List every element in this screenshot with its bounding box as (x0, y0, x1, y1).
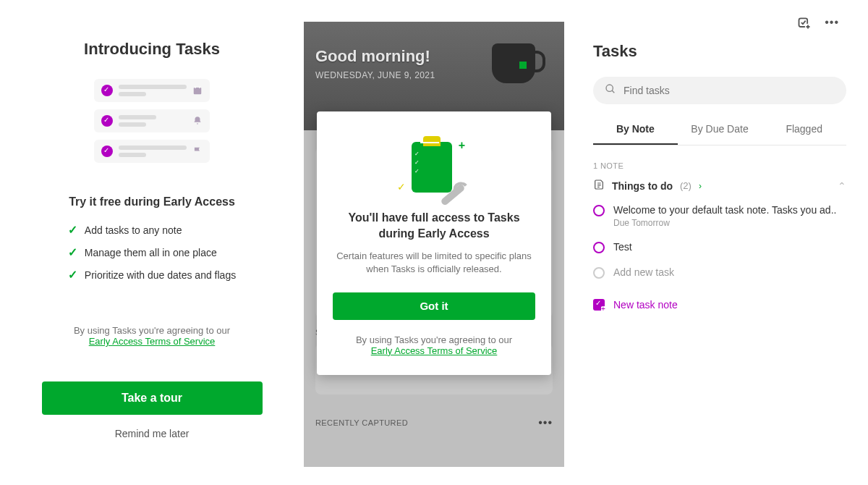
task-due: Due Tomorrow (613, 218, 836, 228)
modal-terms-text: By using Tasks you're agreeing to our Ea… (356, 334, 512, 356)
more-icon[interactable]: ••• (538, 416, 553, 429)
intro-illustration (94, 79, 210, 170)
add-task-row[interactable]: Add new task (593, 266, 846, 279)
task-text: Test (613, 241, 632, 253)
task-checkbox-empty[interactable] (593, 267, 605, 279)
tab-flagged[interactable]: Flagged (762, 123, 846, 145)
calendar-icon (192, 85, 203, 96)
home-screen: Good morning! WEDNESDAY, JUNE 9, 2021 S … (304, 22, 564, 467)
terms-link[interactable]: Early Access Terms of Service (89, 336, 216, 347)
task-view-tabs: By Note By Due Date Flagged (593, 123, 846, 146)
recent-label: RECENTLY CAPTURED (315, 418, 408, 427)
bell-icon (192, 116, 203, 126)
search-icon (605, 83, 616, 98)
add-task-label: Add new task (613, 266, 674, 278)
new-task-note-button[interactable]: + New task note (593, 299, 846, 311)
take-tour-button[interactable]: Take a tour (42, 381, 263, 415)
check-icon: ✓ (68, 223, 77, 237)
modal-title: You'll have full access to Tasks during … (333, 210, 535, 241)
task-text: Welcome to your default task note. Tasks… (613, 204, 836, 216)
intro-subtitle: Try it free during Early Access (69, 195, 235, 208)
mug-image (492, 43, 535, 83)
more-icon[interactable]: ••• (825, 16, 839, 33)
note-count-label: 1 NOTE (593, 161, 846, 170)
tab-by-note[interactable]: By Note (593, 123, 678, 145)
early-access-modal: + ✓✓✓ ✓ You'll have full access to Tasks… (317, 111, 551, 375)
tab-by-due-date[interactable]: By Due Date (678, 123, 762, 145)
feature-bullet: ✓Prioritize with due dates and flags (68, 268, 236, 282)
svg-rect-0 (194, 88, 202, 94)
got-it-button[interactable]: Got it (333, 292, 535, 320)
search-input[interactable] (624, 85, 835, 96)
feature-bullet: ✓Add tasks to any note (68, 223, 236, 237)
terms-text: By using Tasks you're agreeing to our Ea… (74, 325, 230, 347)
intro-title: Introducing Tasks (84, 40, 220, 59)
modal-terms-link[interactable]: Early Access Terms of Service (371, 345, 498, 356)
svg-point-5 (606, 85, 613, 91)
check-icon: ✓ (68, 245, 77, 259)
remind-later-link[interactable]: Remind me later (115, 428, 190, 439)
search-field[interactable] (593, 77, 846, 104)
add-task-icon[interactable] (797, 16, 812, 33)
note-icon (593, 179, 605, 193)
chevron-right-icon: › (699, 181, 702, 191)
intro-panel: Introducing Tasks (0, 0, 304, 485)
svg-rect-1 (195, 86, 196, 88)
modal-body: Certain features will be limited to spec… (333, 250, 535, 276)
task-item[interactable]: Welcome to your default task note. Tasks… (593, 204, 846, 228)
note-group-header[interactable]: Things to do (2) › ⌃ (593, 179, 846, 193)
clipboard-icon: + ✓✓✓ ✓ (401, 133, 467, 198)
svg-rect-2 (199, 86, 200, 88)
task-checkbox[interactable] (593, 205, 605, 216)
chevron-up-icon[interactable]: ⌃ (838, 180, 846, 192)
new-note-icon: + (593, 299, 605, 311)
tasks-title: Tasks (593, 42, 846, 61)
flag-icon (192, 146, 203, 156)
feature-bullet: ✓Manage them all in one place (68, 245, 236, 259)
task-checkbox[interactable] (593, 242, 605, 253)
tasks-panel: ••• Tasks By Note By Due Date Flagged 1 … (564, 0, 868, 485)
task-item[interactable]: Test (593, 241, 846, 253)
check-icon: ✓ (68, 268, 77, 282)
